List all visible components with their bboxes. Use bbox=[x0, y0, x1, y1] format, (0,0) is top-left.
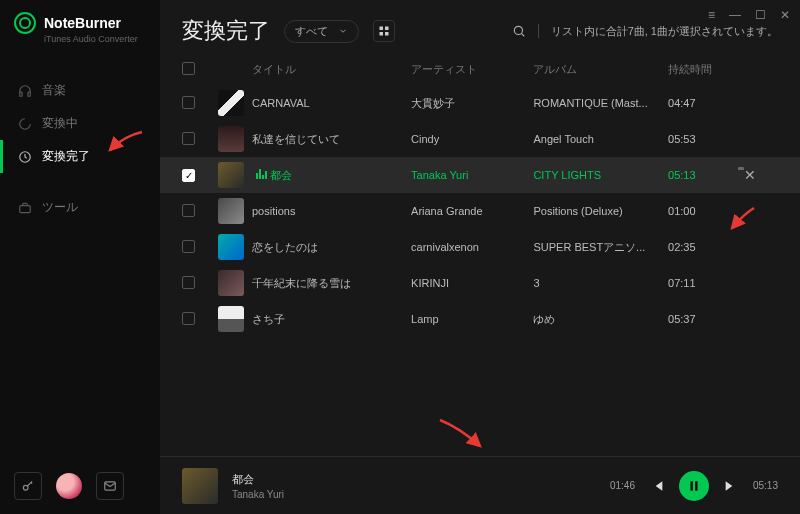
feedback-button[interactable] bbox=[96, 472, 124, 500]
clock-icon bbox=[18, 150, 32, 164]
sidebar-item-label: 変換完了 bbox=[42, 148, 90, 165]
svg-rect-0 bbox=[20, 92, 22, 96]
track-title: 恋をしたのは bbox=[252, 240, 411, 255]
row-checkbox[interactable] bbox=[182, 312, 195, 325]
user-avatar[interactable] bbox=[56, 473, 82, 499]
track-album: ROMANTIQUE (Mast... bbox=[533, 97, 668, 109]
column-artist: アーティスト bbox=[411, 62, 533, 77]
sidebar-item-label: ツール bbox=[42, 199, 78, 216]
player-track-artist: Tanaka Yuri bbox=[232, 489, 284, 500]
track-thumbnail bbox=[218, 234, 244, 260]
minimize-button[interactable]: — bbox=[729, 8, 741, 22]
row-checkbox[interactable] bbox=[182, 132, 195, 145]
track-title: positions bbox=[252, 205, 411, 217]
sidebar-item-music[interactable]: 音楽 bbox=[0, 74, 160, 107]
spinner-icon bbox=[18, 117, 32, 131]
svg-point-4 bbox=[23, 485, 28, 490]
track-row[interactable]: ✓ 都会Tanaka YuriCITY LIGHTS05:13 ✕ bbox=[160, 157, 800, 193]
previous-button[interactable] bbox=[649, 478, 665, 494]
track-list: CARNAVAL大貫妙子ROMANTIQUE (Mast...04:47私達を信… bbox=[160, 85, 800, 456]
total-time: 05:13 bbox=[753, 480, 778, 491]
track-album: ゆめ bbox=[533, 312, 668, 327]
sidebar: NoteBurner iTunes Audio Converter 音楽 変換中… bbox=[0, 0, 160, 514]
column-duration: 持続時間 bbox=[668, 62, 738, 77]
divider bbox=[538, 24, 539, 38]
player-thumbnail bbox=[182, 468, 218, 504]
play-pause-button[interactable] bbox=[679, 471, 709, 501]
header-right: リスト内に合計7曲, 1曲が選択されています。 bbox=[512, 24, 778, 39]
track-artist: carnivalxenon bbox=[411, 241, 533, 253]
track-duration: 05:53 bbox=[668, 133, 738, 145]
sidebar-item-label: 変換中 bbox=[42, 115, 78, 132]
key-button[interactable] bbox=[14, 472, 42, 500]
track-duration: 01:00 bbox=[668, 205, 738, 217]
track-thumbnail bbox=[218, 306, 244, 332]
close-button[interactable]: ✕ bbox=[780, 8, 790, 22]
track-thumbnail bbox=[218, 270, 244, 296]
row-checkbox[interactable] bbox=[182, 204, 195, 217]
grid-icon bbox=[378, 25, 390, 37]
track-artist: 大貫妙子 bbox=[411, 96, 533, 111]
player-track-title: 都会 bbox=[232, 472, 284, 487]
svg-point-10 bbox=[514, 26, 522, 34]
svg-rect-8 bbox=[380, 32, 384, 36]
track-row[interactable]: さち子Lampゆめ05:37 bbox=[160, 301, 800, 337]
search-icon[interactable] bbox=[512, 24, 526, 38]
brand-logo-icon bbox=[14, 12, 36, 34]
track-duration: 05:37 bbox=[668, 313, 738, 325]
track-album: Angel Touch bbox=[533, 133, 668, 145]
sidebar-item-converted[interactable]: 変換完了 bbox=[0, 140, 160, 173]
sidebar-item-tools[interactable]: ツール bbox=[0, 191, 160, 224]
svg-rect-1 bbox=[28, 92, 30, 96]
menu-button[interactable]: ≡ bbox=[708, 8, 715, 22]
column-title: タイトル bbox=[252, 62, 411, 77]
filter-dropdown[interactable]: すべて bbox=[284, 20, 359, 43]
track-artist: Lamp bbox=[411, 313, 533, 325]
track-row[interactable]: 恋をしたのはcarnivalxenonSUPER BESTアニソ...02:35 bbox=[160, 229, 800, 265]
track-artist: Tanaka Yuri bbox=[411, 169, 533, 181]
skip-forward-icon bbox=[723, 478, 739, 494]
sidebar-nav: 音楽 変換中 変換完了 ツール bbox=[0, 74, 160, 224]
chevron-down-icon bbox=[338, 26, 348, 36]
svg-rect-11 bbox=[690, 481, 692, 490]
sidebar-footer bbox=[0, 458, 160, 514]
sidebar-item-label: 音楽 bbox=[42, 82, 66, 99]
pause-icon bbox=[687, 479, 701, 493]
sidebar-item-converting[interactable]: 変換中 bbox=[0, 107, 160, 140]
track-artist: KIRINJI bbox=[411, 277, 533, 289]
grid-view-button[interactable] bbox=[373, 20, 395, 42]
track-row[interactable]: positionsAriana GrandePositions (Deluxe)… bbox=[160, 193, 800, 229]
row-checkbox[interactable] bbox=[182, 96, 195, 109]
toolbox-icon bbox=[18, 201, 32, 215]
track-duration: 04:47 bbox=[668, 97, 738, 109]
brand-subtitle: iTunes Audio Converter bbox=[0, 34, 160, 54]
svg-rect-3 bbox=[20, 205, 31, 212]
track-thumbnail bbox=[218, 162, 244, 188]
headphones-icon bbox=[18, 84, 32, 98]
svg-rect-12 bbox=[695, 481, 697, 490]
track-thumbnail bbox=[218, 90, 244, 116]
track-title: 私達を信じていて bbox=[252, 132, 411, 147]
maximize-button[interactable]: ☐ bbox=[755, 8, 766, 22]
status-text: リスト内に合計7曲, 1曲が選択されています。 bbox=[551, 24, 778, 39]
track-duration: 05:13 bbox=[668, 169, 738, 181]
page-title: 変換完了 bbox=[182, 16, 270, 46]
elapsed-time: 01:46 bbox=[610, 480, 635, 491]
select-all-checkbox[interactable] bbox=[182, 62, 195, 75]
window-controls: ≡ — ☐ ✕ bbox=[708, 8, 790, 22]
track-row[interactable]: 千年紀末に降る雪はKIRINJI307:11 bbox=[160, 265, 800, 301]
row-checkbox[interactable] bbox=[182, 240, 195, 253]
player-controls: 01:46 05:13 bbox=[610, 471, 778, 501]
remove-button[interactable]: ✕ bbox=[744, 167, 756, 183]
track-album: 3 bbox=[533, 277, 668, 289]
track-album: Positions (Deluxe) bbox=[533, 205, 668, 217]
track-row[interactable]: CARNAVAL大貫妙子ROMANTIQUE (Mast...04:47 bbox=[160, 85, 800, 121]
row-checkbox[interactable]: ✓ bbox=[182, 169, 195, 182]
track-row[interactable]: 私達を信じていてCindyAngel Touch05:53 bbox=[160, 121, 800, 157]
track-title: CARNAVAL bbox=[252, 97, 411, 109]
svg-rect-6 bbox=[380, 27, 384, 31]
row-checkbox[interactable] bbox=[182, 276, 195, 289]
track-duration: 07:11 bbox=[668, 277, 738, 289]
next-button[interactable] bbox=[723, 478, 739, 494]
track-thumbnail bbox=[218, 198, 244, 224]
